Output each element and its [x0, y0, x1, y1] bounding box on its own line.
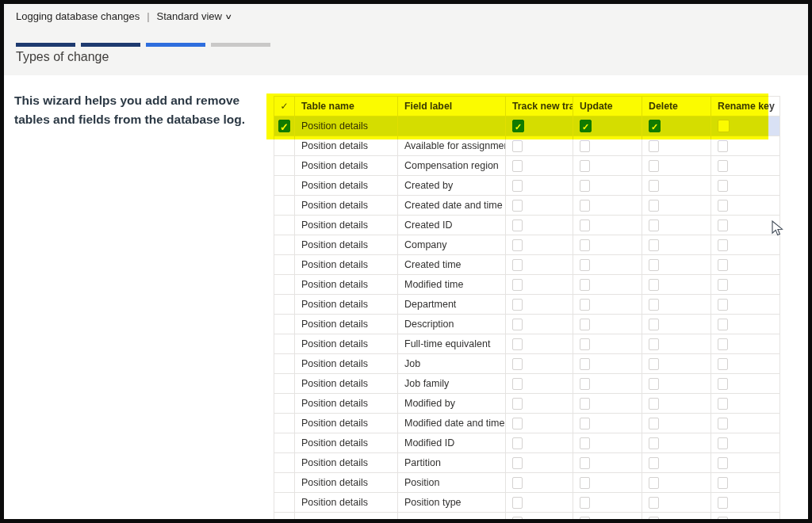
rename-checkbox[interactable] — [718, 319, 728, 330]
track-checkbox[interactable] — [512, 200, 523, 212]
delete-checkbox[interactable] — [649, 517, 659, 519]
cell-track[interactable] — [506, 453, 573, 473]
rename-checkbox[interactable] — [718, 279, 728, 291]
delete-checkbox[interactable] — [649, 239, 659, 251]
table-row[interactable]: Position detailsPosition type — [274, 493, 780, 513]
column-header-table-name[interactable]: Table name — [295, 97, 398, 116]
cell-rename[interactable] — [711, 315, 780, 334]
rename-checkbox[interactable] — [718, 398, 728, 410]
column-header-rename-key[interactable]: Rename key — [711, 97, 780, 116]
column-header-delete[interactable]: Delete — [642, 97, 711, 116]
row-select-cell[interactable] — [274, 255, 295, 275]
track-checkbox[interactable] — [512, 160, 523, 172]
cell-update[interactable] — [573, 275, 642, 295]
track-checkbox[interactable] — [512, 457, 523, 469]
rename-checkbox[interactable] — [718, 418, 728, 429]
cell-track[interactable] — [506, 156, 573, 176]
cell-rename[interactable] — [711, 156, 780, 176]
cell-rename[interactable] — [711, 473, 780, 493]
rename-checkbox[interactable] — [718, 497, 728, 509]
cell-update[interactable] — [573, 216, 642, 235]
rename-checkbox[interactable] — [718, 517, 728, 519]
cell-rename[interactable] — [711, 295, 780, 315]
track-checkbox[interactable] — [512, 338, 523, 350]
rename-checkbox[interactable] — [718, 120, 730, 132]
cell-track[interactable] — [506, 334, 573, 354]
cell-track[interactable] — [506, 136, 573, 156]
update-checkbox[interactable] — [580, 358, 590, 370]
cell-track[interactable] — [506, 493, 573, 513]
cell-rename[interactable] — [711, 235, 780, 255]
row-select-cell[interactable] — [274, 394, 295, 414]
table-row[interactable]: ✓Position details✓✓✓ — [274, 116, 780, 136]
cell-delete[interactable] — [642, 176, 711, 196]
cell-delete[interactable] — [642, 255, 711, 275]
cell-update[interactable] — [573, 513, 642, 520]
track-checkbox[interactable] — [512, 517, 523, 519]
delete-checkbox[interactable] — [649, 319, 659, 330]
cell-delete[interactable] — [642, 493, 711, 513]
rename-checkbox[interactable] — [718, 338, 728, 350]
delete-checkbox[interactable] — [649, 140, 659, 152]
row-select-cell[interactable] — [274, 334, 295, 354]
table-row[interactable]: Position detailsDescription — [274, 315, 780, 334]
track-checkbox[interactable] — [512, 259, 523, 271]
table-row[interactable]: Position detailsCreated time — [274, 255, 780, 275]
table-row[interactable]: Position detailsDepartment — [274, 295, 780, 315]
delete-checkbox[interactable] — [649, 437, 659, 449]
row-select-cell[interactable] — [274, 196, 295, 216]
cell-rename[interactable] — [711, 453, 780, 473]
track-checkbox[interactable] — [512, 239, 523, 251]
delete-checkbox[interactable] — [649, 160, 659, 172]
view-selector[interactable]: Standard view ∨ — [157, 10, 232, 22]
track-checkbox[interactable] — [512, 378, 523, 390]
table-row[interactable]: Position detailsCreated by — [274, 176, 780, 196]
update-checkbox[interactable] — [580, 319, 590, 330]
update-checkbox[interactable] — [580, 398, 590, 410]
update-checkbox[interactable] — [580, 477, 590, 489]
row-select-cell[interactable] — [274, 513, 295, 520]
cell-update[interactable] — [573, 394, 642, 414]
cell-update[interactable] — [573, 136, 642, 156]
table-row[interactable]: Position detailsAvailable for assignment — [274, 136, 780, 156]
update-checkbox[interactable] — [580, 457, 590, 469]
delete-checkbox[interactable] — [649, 457, 659, 469]
cell-update[interactable] — [573, 295, 642, 315]
track-checkbox[interactable] — [512, 477, 523, 489]
cell-track[interactable] — [506, 374, 573, 394]
cell-update[interactable] — [573, 433, 642, 453]
cell-update[interactable] — [573, 315, 642, 334]
table-row[interactable] — [274, 513, 780, 520]
table-row[interactable]: Position detailsModified ID — [274, 433, 780, 453]
cell-rename[interactable] — [711, 374, 780, 394]
cell-update[interactable] — [573, 255, 642, 275]
cell-update[interactable] — [573, 196, 642, 216]
cell-track[interactable] — [506, 196, 573, 216]
row-select-cell[interactable] — [274, 136, 295, 156]
cell-delete[interactable] — [642, 354, 711, 374]
update-checkbox[interactable] — [580, 497, 590, 509]
rename-checkbox[interactable] — [718, 220, 728, 231]
cell-track[interactable] — [506, 255, 573, 275]
cell-delete[interactable]: ✓ — [642, 116, 711, 136]
rename-checkbox[interactable] — [718, 160, 728, 172]
cell-update[interactable] — [573, 156, 642, 176]
cell-track[interactable]: ✓ — [506, 116, 573, 136]
cell-update[interactable]: ✓ — [573, 116, 642, 136]
row-select-cell[interactable] — [274, 315, 295, 334]
cell-delete[interactable] — [642, 295, 711, 315]
delete-checkbox[interactable]: ✓ — [649, 120, 661, 132]
rename-checkbox[interactable] — [718, 437, 728, 449]
cell-track[interactable] — [506, 354, 573, 374]
delete-checkbox[interactable] — [649, 299, 659, 311]
cell-delete[interactable] — [642, 275, 711, 295]
cell-track[interactable] — [506, 315, 573, 334]
row-select-cell[interactable] — [274, 176, 295, 196]
rename-checkbox[interactable] — [718, 239, 728, 251]
update-checkbox[interactable] — [580, 299, 590, 311]
delete-checkbox[interactable] — [649, 200, 659, 212]
table-row[interactable]: Position detailsPartition — [274, 453, 780, 473]
cell-track[interactable] — [506, 176, 573, 196]
row-select-cell[interactable] — [274, 433, 295, 453]
column-header-track-new-trans[interactable]: Track new trans... — [506, 97, 573, 116]
